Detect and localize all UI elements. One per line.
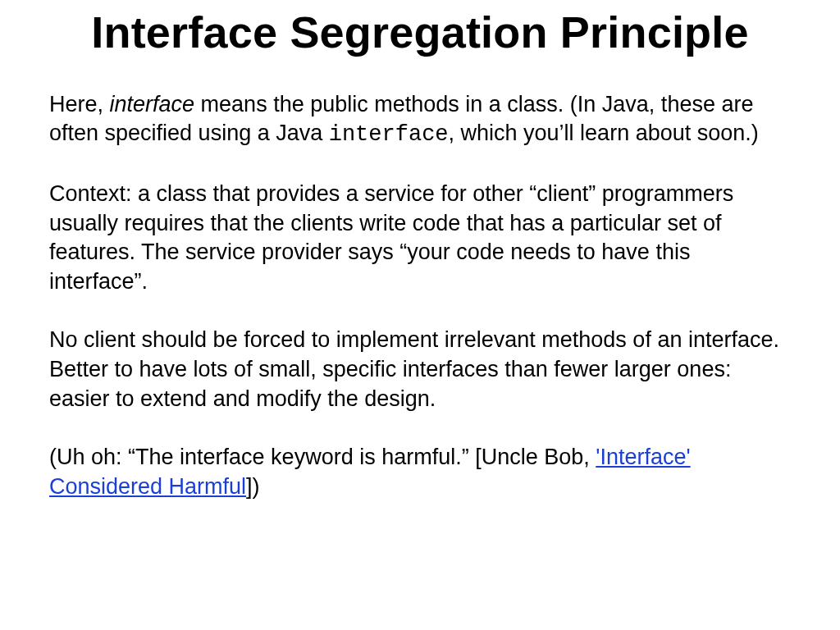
text: Here, bbox=[49, 92, 110, 116]
slide-title: Interface Segregation Principle bbox=[49, 0, 791, 59]
italic-term-interface: interface bbox=[110, 92, 195, 116]
text: (Uh oh: “The interface keyword is harmfu… bbox=[49, 445, 596, 469]
slide: Interface Segregation Principle Here, in… bbox=[0, 0, 840, 630]
paragraph-3: No client should be forced to implement … bbox=[49, 326, 791, 413]
text: ]) bbox=[246, 474, 260, 499]
paragraph-1: Here, interface means the public methods… bbox=[49, 90, 791, 150]
slide-body: Here, interface means the public methods… bbox=[49, 90, 791, 502]
paragraph-4: (Uh oh: “The interface keyword is harmfu… bbox=[49, 443, 791, 501]
paragraph-2: Context: a class that provides a service… bbox=[49, 180, 791, 297]
text: , which you’ll learn about soon.) bbox=[449, 121, 759, 145]
code-keyword-interface: interface bbox=[329, 122, 449, 147]
